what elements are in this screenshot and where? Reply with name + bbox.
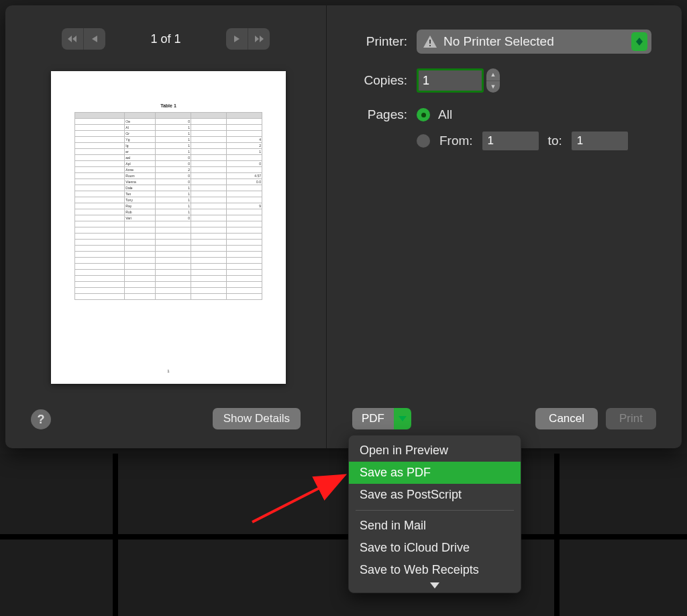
table-row: Ig12 (75, 143, 262, 149)
preview-table: Oe0Al1Gr1Yg14Ig12er11aal0Apl00Anne2Room0… (74, 112, 262, 300)
preview-page-number: 1 (51, 369, 286, 373)
table-row (75, 221, 262, 227)
table-row (75, 282, 262, 288)
warning-icon (423, 36, 437, 48)
table-row (75, 276, 262, 282)
select-stepper-icon (631, 32, 647, 51)
menu-item[interactable]: Save as PDF (349, 462, 521, 484)
svg-rect-0 (429, 40, 431, 44)
table-row: aal0 (75, 155, 262, 161)
copies-input[interactable]: 1 (417, 68, 484, 93)
table-row (75, 258, 262, 264)
pages-to-label: to: (548, 134, 562, 148)
table-row: Dale1 (75, 185, 262, 191)
copies-stepper[interactable]: ▲ ▼ (486, 68, 500, 93)
pdf-dropdown-menu: Open in PreviewSave as PDFSave as PostSc… (348, 435, 521, 593)
last-page-icon[interactable] (248, 28, 270, 50)
pages-range-radio[interactable] (417, 134, 430, 148)
pdf-menu-chevron[interactable] (394, 408, 411, 429)
table-row (75, 264, 262, 270)
table-row: Gr1 (75, 131, 262, 137)
table-row (75, 294, 262, 300)
background-grid (0, 454, 687, 616)
pdf-menu-button[interactable]: PDF (352, 408, 394, 429)
pages-from-label: From: (439, 134, 473, 148)
menu-item[interactable]: Save as PostScript (349, 484, 521, 506)
chevron-down-icon[interactable] (349, 581, 521, 591)
table-row: Yg14 (75, 137, 262, 143)
menu-separator (356, 510, 514, 511)
pages-from-input[interactable]: 1 (482, 132, 539, 150)
svg-rect-1 (429, 45, 431, 46)
table-row (75, 288, 262, 294)
table-row (75, 270, 262, 276)
show-details-button[interactable]: Show Details (213, 408, 301, 429)
next-page-icon[interactable] (226, 28, 248, 50)
table-row: Vienna00.0 (75, 179, 262, 185)
pages-label: Pages: (327, 107, 407, 122)
pages-all-label: All (438, 107, 452, 122)
prev-page-group[interactable] (62, 28, 105, 50)
table-row: Anne2 (75, 167, 262, 173)
table-row: er11 (75, 149, 262, 155)
table-row (75, 227, 262, 234)
first-page-icon[interactable] (62, 28, 83, 50)
table-row (75, 246, 262, 252)
table-row (75, 240, 262, 246)
menu-item[interactable]: Save to iCloud Drive (349, 537, 521, 559)
pages-to-input[interactable]: 1 (572, 132, 628, 150)
help-button[interactable]: ? (31, 409, 51, 429)
printer-selected-value: No Printer Selected (443, 34, 554, 49)
settings-pane: Printer: No Printer Selected Copies: 1 (327, 5, 682, 448)
table-row: Ray19 (75, 203, 262, 209)
stepper-up-icon[interactable]: ▲ (486, 68, 500, 81)
table-row (75, 234, 262, 240)
table-row: Tony1 (75, 197, 262, 203)
table-row: Vari0 (75, 215, 262, 221)
pages-all-radio[interactable] (417, 108, 430, 121)
menu-item[interactable]: Send in Mail (349, 515, 521, 537)
table-row: Oe0 (75, 119, 262, 125)
page-indicator: 1 of 1 (112, 32, 219, 46)
preview-table-title: Table 1 (51, 103, 286, 108)
table-row: Apl00 (75, 161, 262, 167)
cancel-button[interactable]: Cancel (535, 408, 598, 429)
menu-item[interactable]: Open in Preview (349, 440, 521, 462)
table-row: Ten1 (75, 191, 262, 197)
menu-item[interactable]: Save to Web Receipts (349, 559, 521, 581)
table-row: Al1 (75, 125, 262, 131)
printer-select[interactable]: No Printer Selected (417, 30, 651, 54)
print-dialog: 1 of 1 Table 1 Oe0Al1Gr1Yg14Ig12er11aal0… (5, 5, 682, 448)
printer-label: Printer: (327, 34, 407, 49)
preview-pane: 1 of 1 Table 1 Oe0Al1Gr1Yg14Ig12er11aal0… (5, 5, 327, 448)
stepper-down-icon[interactable]: ▼ (486, 81, 500, 93)
table-row (75, 252, 262, 258)
table-row: Rob1 (75, 209, 262, 215)
copies-label: Copies: (327, 73, 407, 88)
next-page-group[interactable] (226, 28, 270, 50)
table-row: Room04.57 (75, 173, 262, 179)
page-preview: Table 1 Oe0Al1Gr1Yg14Ig12er11aal0Apl00An… (51, 71, 286, 384)
print-button[interactable]: Print (606, 408, 656, 429)
prev-page-icon[interactable] (83, 28, 105, 50)
